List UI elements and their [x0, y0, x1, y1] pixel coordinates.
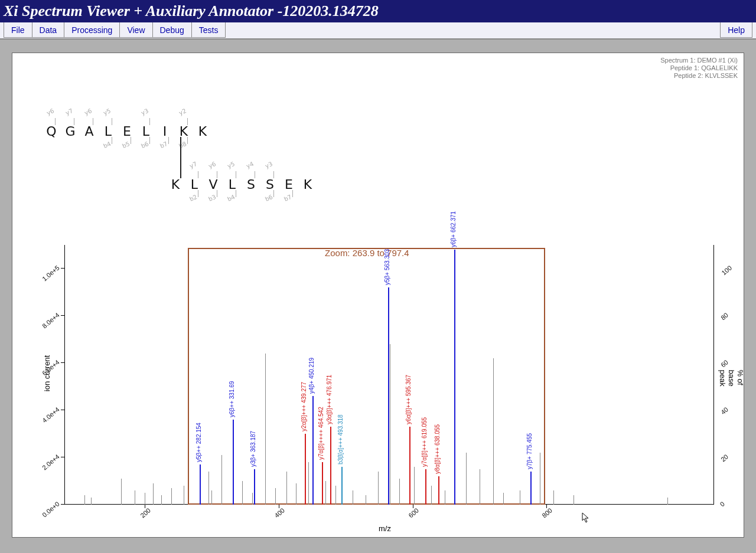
xtick-400: 400 — [273, 507, 286, 519]
pep1-res-5: L — [136, 124, 155, 139]
pep1-res-4: E — [118, 124, 136, 139]
peak-y5β+ — [388, 287, 389, 505]
y-axis-right — [713, 245, 714, 505]
peak-unannot-19 — [325, 481, 326, 505]
peptide1-row: QGALELIKKy6y7y6y5y3y2b4b5b6b7b8 — [42, 124, 212, 139]
peak-unannot-37 — [667, 498, 668, 505]
peak-unannot-33 — [520, 490, 520, 505]
peak-label-y7α[β]+++: y7α[β]+++ 619.055 — [421, 417, 428, 467]
pep2-res-2: V — [204, 177, 223, 192]
xtick-800: 800 — [541, 507, 554, 519]
pep2-yfrag-y5: y5 — [226, 161, 236, 169]
pep1-res-3: L — [99, 124, 118, 139]
pep2-bfrag-b7: b7 — [283, 194, 292, 202]
ytick-right-3: 60 — [719, 358, 729, 368]
peak-label-y7β+: y7β+ 775.455 — [526, 433, 533, 469]
peak-y6β++ — [233, 420, 234, 505]
pep1-res-2: A — [80, 124, 99, 139]
peak-y7α[β]++++ — [322, 462, 323, 505]
pep1-yfrag-y5: y5 — [102, 107, 112, 116]
pep1-yfrag-y6: y6 — [45, 107, 55, 116]
peak-y4β+ — [312, 396, 314, 505]
peak-unannot-8 — [184, 486, 184, 505]
pep1-res-6: I — [155, 124, 174, 139]
spectrum-plot[interactable]: Zoom: 263.9 to 797.4 2004006008000.0e+02… — [64, 245, 714, 505]
pep1-bfrag-b8: b8 — [178, 140, 187, 149]
peak-unannot-31 — [493, 358, 494, 505]
peak-unannot-25 — [399, 479, 400, 505]
pep2-res-1: L — [185, 177, 204, 192]
peak-b3β[α]+++ — [341, 467, 343, 505]
info-pep2: Peptide 2: KLVLSSEK — [660, 72, 738, 80]
zoom-selection — [188, 248, 545, 505]
peak-unannot-0 — [84, 495, 85, 505]
pep2-bfrag-b3: b3 — [207, 194, 217, 202]
ytick-left-4: 8.0e+4 — [41, 311, 61, 329]
peak-unannot-3 — [135, 490, 135, 505]
peak-y6β+ — [454, 250, 455, 505]
peak-label-b3β[α]+++: b3β[α]+++ 493.318 — [337, 414, 344, 464]
ytick-left-2: 4.0e+4 — [41, 405, 61, 424]
peak-unannot-30 — [480, 469, 480, 505]
pep2-yfrag-y4: y4 — [245, 161, 255, 169]
peptide-diagram: QGALELIKKy6y7y6y5y3y2b4b5b6b7b8 KLVLSSEK… — [42, 103, 337, 251]
peak-unannot-16 — [286, 472, 287, 505]
ytick-left-0: 0.0e+0 — [41, 500, 61, 518]
peak-unannot-35 — [553, 490, 554, 505]
peak-label-y5β++: y5β++ 282.154 — [195, 423, 202, 462]
peak-unannot-32 — [503, 493, 504, 505]
peptide2-row: KLVLSSEKy7y6y5y4y3b2b3b4b6b7 — [166, 177, 317, 192]
spectrum-canvas[interactable]: Spectrum 1: DEMO #1 (Xi) Peptide 1: QGAL… — [12, 53, 744, 538]
menu-tests[interactable]: Tests — [191, 22, 226, 38]
menu-data[interactable]: Data — [32, 22, 65, 38]
info-spectrum: Spectrum 1: DEMO #1 (Xi) — [660, 57, 738, 64]
ytick-right-0: 0 — [719, 500, 726, 508]
pep1-res-8: K — [193, 124, 212, 139]
peak-unannot-26 — [414, 467, 415, 505]
info-pep1: Peptide 1: QGALELIKK — [660, 64, 738, 72]
peak-unannot-17 — [296, 483, 296, 505]
peak-y5β++ — [200, 464, 201, 505]
peak-unannot-20 — [335, 486, 336, 505]
cursor-icon — [582, 512, 590, 523]
pep2-res-0: K — [166, 177, 185, 192]
menu-view[interactable]: View — [119, 22, 152, 38]
peak-y7β+ — [530, 472, 532, 505]
peak-y3β+ — [254, 469, 255, 505]
pep2-res-7: K — [298, 177, 317, 192]
peak-unannot-13 — [252, 493, 253, 505]
menu-processing[interactable]: Processing — [64, 22, 120, 38]
pep1-bfrag-b4: b4 — [102, 140, 112, 149]
pep2-bfrag-b2: b2 — [188, 194, 198, 202]
peak-label-y3α[β]+++: y3α[β]+++ 476.971 — [326, 375, 333, 424]
peak-unannot-11 — [221, 455, 222, 505]
menu-help[interactable]: Help — [720, 22, 752, 38]
pep1-bfrag-b5: b5 — [121, 140, 131, 149]
peak-unannot-34 — [540, 453, 540, 505]
zoom-label: Zoom: 263.9 to 797.4 — [325, 248, 409, 258]
peak-unannot-9 — [208, 472, 209, 505]
menu-debug[interactable]: Debug — [152, 22, 192, 38]
pep2-bfrag-b6: b6 — [264, 194, 273, 202]
peak-unannot-12 — [242, 481, 243, 505]
peak-label-y6β++: y6β++ 331.69 — [229, 381, 235, 417]
peak-label-y6α[β]+++: y6α[β]+++ 595.367 — [405, 375, 412, 424]
peak-unannot-15 — [275, 488, 276, 505]
ytick-right-2: 40 — [719, 405, 729, 415]
pep1-res-0: Q — [42, 124, 61, 139]
y-axis-label-left: ion current — [43, 355, 51, 391]
pep1-bfrag-b6: b6 — [140, 140, 149, 149]
ytick-left-5: 1.0e+5 — [41, 264, 61, 282]
menu-file[interactable]: File — [4, 22, 32, 38]
pep1-yfrag-y3: y3 — [140, 107, 149, 116]
peak-unannot-14 — [265, 354, 266, 505]
y-axis-left — [64, 245, 65, 505]
ytick-right-4: 80 — [719, 311, 729, 321]
peak-y6α[β]+++ — [409, 427, 410, 505]
peak-label-y3β+: y3β+ 363.187 — [250, 431, 256, 467]
peak-unannot-1 — [91, 498, 92, 505]
peak-label-y8α[β]+++: y8α[β]+++ 638.055 — [434, 424, 441, 474]
peak-y7α[β]+++ — [425, 469, 426, 505]
peak-unannot-21 — [353, 490, 353, 505]
peak-unannot-4 — [145, 493, 145, 505]
